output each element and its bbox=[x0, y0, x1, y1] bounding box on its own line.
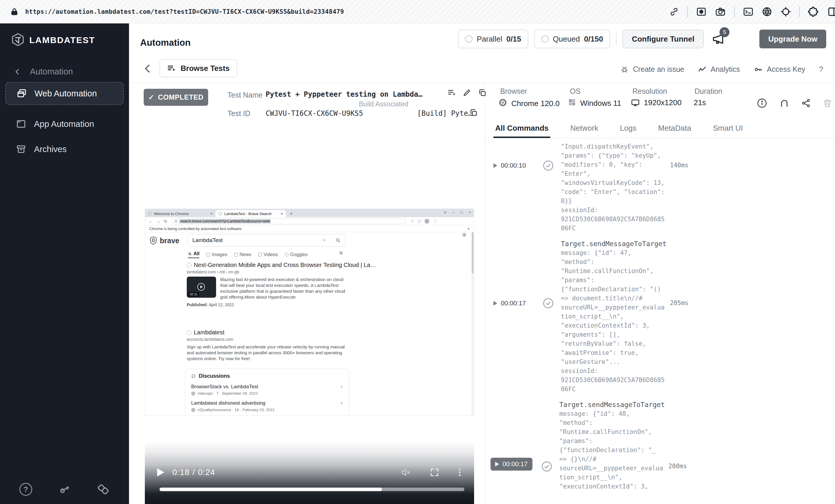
sidebar-back-automation[interactable]: Automation bbox=[14, 67, 73, 77]
video-progress-bar[interactable] bbox=[160, 488, 464, 491]
result-url: lambdatest.com › mtl › en-gb bbox=[187, 270, 351, 274]
gear-icon[interactable] bbox=[462, 232, 467, 237]
queued-counter[interactable]: Queued 0/150 bbox=[534, 29, 610, 48]
discussion-item[interactable]: Lambdatest dishonest advertising ∨ r/Qua… bbox=[191, 400, 343, 412]
test-name-label: Test Name bbox=[227, 91, 262, 99]
search-icon[interactable] bbox=[335, 238, 341, 243]
sidebar-item-app-automation[interactable]: App Automation bbox=[5, 115, 124, 133]
minimize-icon[interactable]: – bbox=[452, 210, 454, 214]
mini-tab-brave-search[interactable]: LambdaTest - Brave Search × bbox=[216, 210, 286, 217]
sidebar-item-archives[interactable]: Archives bbox=[5, 140, 124, 158]
key-icon[interactable] bbox=[58, 483, 71, 496]
play-icon bbox=[493, 163, 497, 168]
logs-list-icon[interactable] bbox=[447, 88, 456, 97]
command-timestamp-active[interactable]: 00:00:17 bbox=[490, 458, 532, 470]
mini-search-box[interactable]: LambdaTest × bbox=[187, 234, 346, 247]
image-capture-icon[interactable] bbox=[696, 6, 707, 17]
filter-tab-videos[interactable]: Videos bbox=[258, 252, 278, 257]
discussions-icon bbox=[191, 374, 196, 379]
star-icon[interactable]: ☆ bbox=[411, 219, 414, 223]
close-icon[interactable]: × bbox=[469, 210, 471, 214]
url-text[interactable]: https://automation.lambdatest.com/test?t… bbox=[25, 8, 344, 15]
help-button[interactable]: ? bbox=[819, 65, 823, 74]
command-timestamp[interactable]: 00:00:10 bbox=[493, 162, 543, 169]
tab-logs[interactable]: Logs bbox=[618, 120, 638, 138]
commands-list[interactable]: 00:00:10 "Input.dispatchKeyEvent", "para… bbox=[485, 138, 835, 504]
configure-tunnel-button[interactable]: Configure Tunnel bbox=[623, 29, 704, 48]
access-key-button[interactable]: Access Key bbox=[753, 65, 806, 74]
maximize-icon[interactable]: □ bbox=[461, 210, 463, 214]
integrations-icon[interactable] bbox=[97, 483, 110, 496]
filter-tab-all[interactable]: All bbox=[188, 251, 199, 258]
sidebar-item-web-automation[interactable]: Web Automation bbox=[5, 82, 124, 105]
new-tab-icon[interactable]: + bbox=[290, 211, 292, 216]
announcements-button[interactable]: 5 bbox=[712, 33, 725, 45]
browse-tests-button[interactable]: Browse Tests bbox=[160, 59, 237, 77]
parallel-counter[interactable]: Parallel 0/15 bbox=[458, 29, 528, 48]
analytics-button[interactable]: Analytics bbox=[698, 65, 740, 74]
scrollbar[interactable] bbox=[471, 232, 474, 416]
filter-tab-goggles[interactable]: Goggles bbox=[285, 252, 308, 257]
close-icon[interactable]: × bbox=[210, 212, 212, 216]
back-button[interactable] bbox=[142, 62, 154, 75]
close-icon[interactable]: × bbox=[281, 212, 283, 216]
filter-sliders-icon[interactable] bbox=[339, 251, 343, 255]
camera-icon[interactable] bbox=[715, 6, 726, 17]
kebab-icon[interactable]: ⋮ bbox=[433, 219, 437, 223]
sidebar-layout-icon[interactable] bbox=[828, 6, 835, 17]
share-icon[interactable] bbox=[801, 98, 811, 108]
close-icon[interactable]: × bbox=[467, 227, 470, 231]
tab-network[interactable]: Network bbox=[569, 120, 600, 138]
play-button[interactable] bbox=[157, 468, 164, 477]
tab-smart-ui[interactable]: Smart UI bbox=[711, 120, 745, 138]
copy-icon[interactable] bbox=[469, 108, 478, 117]
lock-icon bbox=[10, 7, 19, 17]
mini-url-field[interactable]: search.brave.com/search?q=LambdaTest&sou… bbox=[171, 218, 406, 224]
crosshair-icon[interactable] bbox=[780, 6, 791, 17]
command-duration: 200ms bbox=[669, 463, 687, 470]
reload-icon[interactable]: ↻ bbox=[164, 219, 167, 224]
avatar[interactable] bbox=[425, 219, 429, 224]
filter-tab-news[interactable]: News bbox=[234, 252, 251, 257]
info-icon[interactable] bbox=[756, 98, 768, 109]
notification-badge: 5 bbox=[719, 27, 730, 37]
video-thumbnail[interactable]: 02:11 bbox=[187, 277, 216, 298]
delete-trash-icon[interactable] bbox=[822, 98, 833, 108]
panel-icon[interactable]: □ bbox=[418, 219, 421, 223]
fullscreen-icon[interactable] bbox=[429, 467, 440, 477]
lambdatest-logo[interactable]: LAMBDATEST bbox=[11, 33, 95, 47]
help-icon[interactable]: ? bbox=[19, 483, 32, 496]
search-result-1[interactable]: Next-Generation Mobile Apps and Cross Br… bbox=[187, 262, 351, 307]
back-icon[interactable]: ← bbox=[149, 219, 153, 224]
tunnel-arc-icon[interactable] bbox=[779, 98, 790, 109]
mute-icon[interactable] bbox=[401, 467, 411, 478]
test-screenshot[interactable]: Welcome to Chrome × LambdaTest - Brave S… bbox=[145, 209, 474, 416]
upgrade-now-button[interactable]: Upgrade Now bbox=[759, 29, 826, 48]
chevron-down-icon[interactable]: ∨ bbox=[340, 384, 343, 389]
chevron-down-icon[interactable]: ∨ bbox=[444, 210, 447, 214]
search-result-2[interactable]: Lambdatest accounts.lambdatest.com Sign … bbox=[187, 329, 351, 362]
link-icon[interactable] bbox=[669, 7, 679, 17]
brave-logo[interactable]: brave bbox=[149, 236, 179, 245]
create-issue-button[interactable]: Create an issue bbox=[620, 65, 684, 74]
chevron-down-icon[interactable]: ∨ bbox=[340, 401, 343, 405]
filter-tab-images[interactable]: Images bbox=[206, 252, 227, 257]
analytics-chart-icon bbox=[698, 65, 707, 74]
globe-icon[interactable] bbox=[762, 6, 772, 17]
tab-all-commands[interactable]: All Commands bbox=[493, 120, 550, 138]
kebab-icon[interactable] bbox=[458, 467, 462, 477]
forward-icon[interactable]: → bbox=[156, 219, 160, 224]
test-video-player[interactable]: 0:18/0:24 bbox=[145, 443, 474, 504]
terminal-icon[interactable] bbox=[743, 6, 753, 17]
mini-tab-welcome[interactable]: Welcome to Chrome × bbox=[145, 210, 216, 217]
clear-icon[interactable]: × bbox=[323, 238, 330, 243]
extensions-puzzle-icon[interactable] bbox=[808, 6, 819, 17]
tab-metadata[interactable]: MetaData bbox=[656, 120, 693, 138]
search-filter-tabs: All Images News Videos Goggles bbox=[188, 251, 308, 258]
queued-label: Queued bbox=[553, 35, 580, 44]
discussion-item[interactable]: BrowserStack vs. LambdaTest ∨ r/devops ·… bbox=[191, 384, 343, 396]
discussions-card: Discussions BrowserStack vs. LambdaTest … bbox=[185, 369, 349, 416]
command-timestamp[interactable]: 00:00:17 bbox=[493, 299, 543, 307]
edit-pencil-icon[interactable] bbox=[463, 88, 471, 97]
command-time-label: 00:00:10 bbox=[501, 162, 526, 169]
